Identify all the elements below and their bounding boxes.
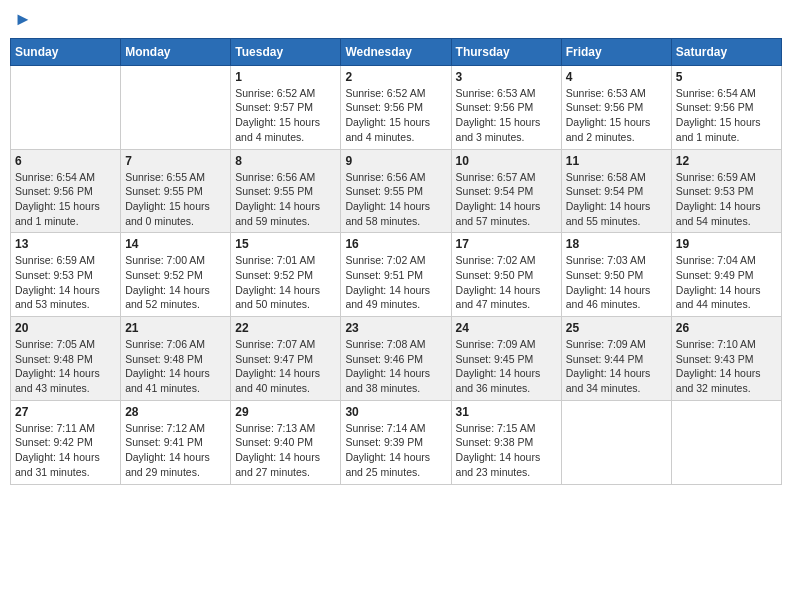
day-info: Sunrise: 7:07 AM Sunset: 9:47 PM Dayligh… bbox=[235, 337, 336, 396]
day-info: Sunrise: 7:06 AM Sunset: 9:48 PM Dayligh… bbox=[125, 337, 226, 396]
weekday-header-saturday: Saturday bbox=[671, 38, 781, 65]
day-number: 14 bbox=[125, 237, 226, 251]
day-number: 28 bbox=[125, 405, 226, 419]
day-info: Sunrise: 6:57 AM Sunset: 9:54 PM Dayligh… bbox=[456, 170, 557, 229]
day-cell: 23Sunrise: 7:08 AM Sunset: 9:46 PM Dayli… bbox=[341, 317, 451, 401]
day-cell bbox=[561, 400, 671, 484]
day-cell: 13Sunrise: 6:59 AM Sunset: 9:53 PM Dayli… bbox=[11, 233, 121, 317]
day-info: Sunrise: 7:08 AM Sunset: 9:46 PM Dayligh… bbox=[345, 337, 446, 396]
day-number: 21 bbox=[125, 321, 226, 335]
day-info: Sunrise: 6:56 AM Sunset: 9:55 PM Dayligh… bbox=[345, 170, 446, 229]
day-info: Sunrise: 6:54 AM Sunset: 9:56 PM Dayligh… bbox=[676, 86, 777, 145]
day-number: 10 bbox=[456, 154, 557, 168]
day-info: Sunrise: 6:56 AM Sunset: 9:55 PM Dayligh… bbox=[235, 170, 336, 229]
day-cell: 7Sunrise: 6:55 AM Sunset: 9:55 PM Daylig… bbox=[121, 149, 231, 233]
day-cell: 4Sunrise: 6:53 AM Sunset: 9:56 PM Daylig… bbox=[561, 65, 671, 149]
week-row-2: 6Sunrise: 6:54 AM Sunset: 9:56 PM Daylig… bbox=[11, 149, 782, 233]
weekday-header-thursday: Thursday bbox=[451, 38, 561, 65]
day-info: Sunrise: 7:13 AM Sunset: 9:40 PM Dayligh… bbox=[235, 421, 336, 480]
day-info: Sunrise: 7:11 AM Sunset: 9:42 PM Dayligh… bbox=[15, 421, 116, 480]
day-number: 16 bbox=[345, 237, 446, 251]
day-number: 1 bbox=[235, 70, 336, 84]
day-number: 31 bbox=[456, 405, 557, 419]
day-cell: 15Sunrise: 7:01 AM Sunset: 9:52 PM Dayli… bbox=[231, 233, 341, 317]
weekday-header-friday: Friday bbox=[561, 38, 671, 65]
day-cell: 12Sunrise: 6:59 AM Sunset: 9:53 PM Dayli… bbox=[671, 149, 781, 233]
day-number: 5 bbox=[676, 70, 777, 84]
day-cell: 3Sunrise: 6:53 AM Sunset: 9:56 PM Daylig… bbox=[451, 65, 561, 149]
day-number: 24 bbox=[456, 321, 557, 335]
day-number: 22 bbox=[235, 321, 336, 335]
day-info: Sunrise: 7:14 AM Sunset: 9:39 PM Dayligh… bbox=[345, 421, 446, 480]
day-cell: 10Sunrise: 6:57 AM Sunset: 9:54 PM Dayli… bbox=[451, 149, 561, 233]
day-cell: 27Sunrise: 7:11 AM Sunset: 9:42 PM Dayli… bbox=[11, 400, 121, 484]
weekday-header-monday: Monday bbox=[121, 38, 231, 65]
day-info: Sunrise: 7:02 AM Sunset: 9:50 PM Dayligh… bbox=[456, 253, 557, 312]
day-info: Sunrise: 6:55 AM Sunset: 9:55 PM Dayligh… bbox=[125, 170, 226, 229]
day-cell: 21Sunrise: 7:06 AM Sunset: 9:48 PM Dayli… bbox=[121, 317, 231, 401]
day-info: Sunrise: 7:15 AM Sunset: 9:38 PM Dayligh… bbox=[456, 421, 557, 480]
day-cell: 19Sunrise: 7:04 AM Sunset: 9:49 PM Dayli… bbox=[671, 233, 781, 317]
weekday-header-row: SundayMondayTuesdayWednesdayThursdayFrid… bbox=[11, 38, 782, 65]
day-info: Sunrise: 7:10 AM Sunset: 9:43 PM Dayligh… bbox=[676, 337, 777, 396]
day-cell: 24Sunrise: 7:09 AM Sunset: 9:45 PM Dayli… bbox=[451, 317, 561, 401]
day-info: Sunrise: 6:59 AM Sunset: 9:53 PM Dayligh… bbox=[15, 253, 116, 312]
day-number: 17 bbox=[456, 237, 557, 251]
day-info: Sunrise: 6:52 AM Sunset: 9:57 PM Dayligh… bbox=[235, 86, 336, 145]
calendar: SundayMondayTuesdayWednesdayThursdayFrid… bbox=[10, 38, 782, 485]
day-cell: 5Sunrise: 6:54 AM Sunset: 9:56 PM Daylig… bbox=[671, 65, 781, 149]
day-cell: 8Sunrise: 6:56 AM Sunset: 9:55 PM Daylig… bbox=[231, 149, 341, 233]
weekday-header-wednesday: Wednesday bbox=[341, 38, 451, 65]
weekday-header-sunday: Sunday bbox=[11, 38, 121, 65]
day-number: 13 bbox=[15, 237, 116, 251]
day-cell bbox=[121, 65, 231, 149]
day-number: 7 bbox=[125, 154, 226, 168]
day-number: 18 bbox=[566, 237, 667, 251]
day-number: 25 bbox=[566, 321, 667, 335]
week-row-4: 20Sunrise: 7:05 AM Sunset: 9:48 PM Dayli… bbox=[11, 317, 782, 401]
day-number: 30 bbox=[345, 405, 446, 419]
day-cell: 1Sunrise: 6:52 AM Sunset: 9:57 PM Daylig… bbox=[231, 65, 341, 149]
day-number: 26 bbox=[676, 321, 777, 335]
day-number: 2 bbox=[345, 70, 446, 84]
header: ► bbox=[10, 10, 782, 30]
day-number: 8 bbox=[235, 154, 336, 168]
day-number: 19 bbox=[676, 237, 777, 251]
week-row-3: 13Sunrise: 6:59 AM Sunset: 9:53 PM Dayli… bbox=[11, 233, 782, 317]
day-info: Sunrise: 7:04 AM Sunset: 9:49 PM Dayligh… bbox=[676, 253, 777, 312]
day-info: Sunrise: 7:05 AM Sunset: 9:48 PM Dayligh… bbox=[15, 337, 116, 396]
day-info: Sunrise: 7:02 AM Sunset: 9:51 PM Dayligh… bbox=[345, 253, 446, 312]
day-cell bbox=[11, 65, 121, 149]
day-info: Sunrise: 7:00 AM Sunset: 9:52 PM Dayligh… bbox=[125, 253, 226, 312]
day-cell: 31Sunrise: 7:15 AM Sunset: 9:38 PM Dayli… bbox=[451, 400, 561, 484]
weekday-header-tuesday: Tuesday bbox=[231, 38, 341, 65]
day-number: 20 bbox=[15, 321, 116, 335]
day-info: Sunrise: 6:53 AM Sunset: 9:56 PM Dayligh… bbox=[456, 86, 557, 145]
day-info: Sunrise: 6:58 AM Sunset: 9:54 PM Dayligh… bbox=[566, 170, 667, 229]
day-cell: 26Sunrise: 7:10 AM Sunset: 9:43 PM Dayli… bbox=[671, 317, 781, 401]
day-cell: 9Sunrise: 6:56 AM Sunset: 9:55 PM Daylig… bbox=[341, 149, 451, 233]
day-number: 4 bbox=[566, 70, 667, 84]
day-cell: 17Sunrise: 7:02 AM Sunset: 9:50 PM Dayli… bbox=[451, 233, 561, 317]
day-info: Sunrise: 7:09 AM Sunset: 9:45 PM Dayligh… bbox=[456, 337, 557, 396]
day-info: Sunrise: 7:12 AM Sunset: 9:41 PM Dayligh… bbox=[125, 421, 226, 480]
day-info: Sunrise: 7:09 AM Sunset: 9:44 PM Dayligh… bbox=[566, 337, 667, 396]
day-info: Sunrise: 6:53 AM Sunset: 9:56 PM Dayligh… bbox=[566, 86, 667, 145]
day-number: 9 bbox=[345, 154, 446, 168]
day-number: 29 bbox=[235, 405, 336, 419]
day-cell: 25Sunrise: 7:09 AM Sunset: 9:44 PM Dayli… bbox=[561, 317, 671, 401]
day-info: Sunrise: 7:03 AM Sunset: 9:50 PM Dayligh… bbox=[566, 253, 667, 312]
day-cell: 28Sunrise: 7:12 AM Sunset: 9:41 PM Dayli… bbox=[121, 400, 231, 484]
day-cell: 11Sunrise: 6:58 AM Sunset: 9:54 PM Dayli… bbox=[561, 149, 671, 233]
week-row-1: 1Sunrise: 6:52 AM Sunset: 9:57 PM Daylig… bbox=[11, 65, 782, 149]
day-cell: 29Sunrise: 7:13 AM Sunset: 9:40 PM Dayli… bbox=[231, 400, 341, 484]
day-cell: 14Sunrise: 7:00 AM Sunset: 9:52 PM Dayli… bbox=[121, 233, 231, 317]
logo: ► bbox=[14, 10, 32, 30]
day-cell: 20Sunrise: 7:05 AM Sunset: 9:48 PM Dayli… bbox=[11, 317, 121, 401]
day-cell: 30Sunrise: 7:14 AM Sunset: 9:39 PM Dayli… bbox=[341, 400, 451, 484]
day-number: 15 bbox=[235, 237, 336, 251]
day-number: 6 bbox=[15, 154, 116, 168]
day-cell: 6Sunrise: 6:54 AM Sunset: 9:56 PM Daylig… bbox=[11, 149, 121, 233]
day-cell: 22Sunrise: 7:07 AM Sunset: 9:47 PM Dayli… bbox=[231, 317, 341, 401]
day-info: Sunrise: 6:54 AM Sunset: 9:56 PM Dayligh… bbox=[15, 170, 116, 229]
